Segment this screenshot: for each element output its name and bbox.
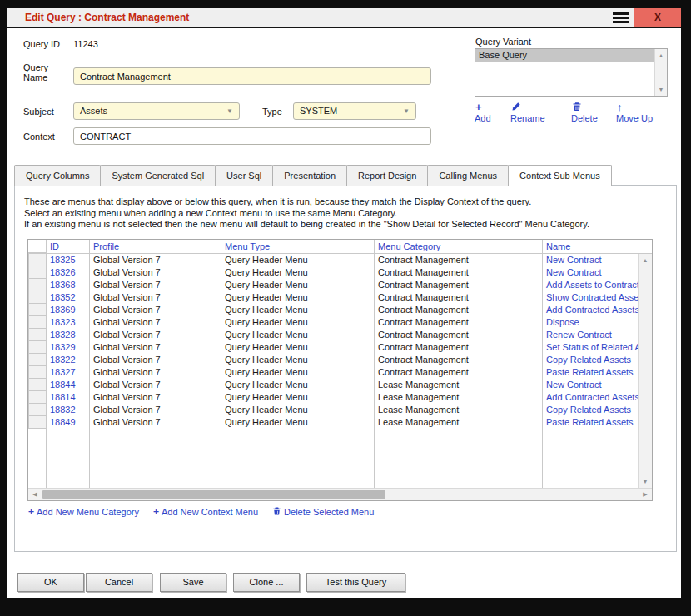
scroll-down-icon[interactable]: ▼ — [639, 476, 652, 487]
table-row[interactable]: 18368Global Version 7Query Header MenuCo… — [28, 279, 638, 291]
row-selector-cell[interactable] — [28, 254, 47, 266]
column-header-menu-category[interactable]: Menu Category — [375, 240, 543, 253]
link-add-new-context-menu[interactable]: +Add New Context Menu — [153, 506, 258, 518]
variant-action-move-up[interactable]: ↑Move Up — [616, 102, 666, 124]
link-label: Delete Selected Menu — [284, 507, 374, 517]
table-row[interactable]: 18844Global Version 7Query Header MenuLe… — [28, 379, 638, 391]
query-name-input[interactable] — [73, 67, 431, 85]
variant-action-delete[interactable]: Delete — [571, 102, 616, 124]
cell-menu_type: Query Header Menu — [221, 391, 375, 404]
table-row[interactable]: 18322Global Version 7Query Header MenuCo… — [28, 354, 638, 366]
cell-profile: Global Version 7 — [90, 404, 221, 416]
link-add-new-menu-category[interactable]: +Add New Menu Category — [28, 506, 139, 518]
context-sub-menus-panel: These are menus that display above or be… — [14, 185, 677, 552]
table-row[interactable]: 18325Global Version 7Query Header MenuCo… — [28, 254, 638, 266]
context-input[interactable] — [73, 127, 431, 145]
cell-id: 18322 — [47, 354, 90, 366]
table-row[interactable]: 18328Global Version 7Query Header MenuCo… — [28, 329, 638, 341]
table-horizontal-scrollbar[interactable]: ◀ ▶ — [28, 488, 652, 500]
scrollbar-thumb[interactable] — [42, 490, 385, 499]
subject-dropdown[interactable]: Assets ▼ — [73, 102, 240, 120]
row-selector-cell[interactable] — [28, 304, 47, 316]
table-row[interactable]: 18814Global Version 7Query Header MenuLe… — [28, 391, 638, 404]
link-delete-selected-menu[interactable]: Delete Selected Menu — [272, 506, 374, 518]
tab-report-design[interactable]: Report Design — [346, 165, 428, 186]
variant-scrollbar[interactable]: ▲ ▼ — [654, 49, 667, 96]
cell-profile: Global Version 7 — [90, 379, 221, 391]
tab-user-sql[interactable]: User Sql — [215, 165, 273, 186]
table-row[interactable]: 18329Global Version 7Query Header MenuCo… — [28, 341, 638, 354]
table-row[interactable]: 18326Global Version 7Query Header MenuCo… — [28, 266, 638, 279]
clone-button[interactable]: Clone ... — [233, 573, 300, 592]
row-selector-cell[interactable] — [28, 379, 47, 391]
column-header-profile[interactable]: Profile — [90, 240, 221, 253]
cell-profile: Global Version 7 — [90, 354, 221, 366]
column-header-name[interactable]: Name — [543, 240, 652, 253]
column-header-id[interactable]: ID — [47, 240, 90, 253]
scroll-right-icon[interactable]: ▶ — [639, 489, 651, 500]
cell-profile: Global Version 7 — [90, 341, 221, 354]
column-header-menu-type[interactable]: Menu Type — [221, 240, 375, 253]
scroll-left-icon[interactable]: ◀ — [29, 489, 41, 500]
table-row[interactable]: 18369Global Version 7Query Header MenuCo… — [28, 304, 638, 316]
scroll-down-icon[interactable]: ▼ — [655, 84, 667, 95]
row-selector-cell[interactable] — [28, 266, 47, 279]
table-row[interactable]: 18352Global Version 7Query Header MenuCo… — [28, 291, 638, 304]
test-this-query-button[interactable]: Test this Query — [306, 573, 405, 592]
row-selector-cell[interactable] — [28, 341, 47, 354]
cell-menu_category: Contract Management — [375, 254, 543, 266]
tab-calling-menus[interactable]: Calling Menus — [427, 165, 509, 186]
row-selector-cell[interactable] — [28, 329, 47, 341]
ok-button[interactable]: OK — [17, 573, 84, 592]
cell-name: Set Status of Related A — [543, 341, 638, 354]
variant-action-label: Add — [475, 113, 491, 124]
tab-bar: Query ColumnsSystem Generated SqlUser Sq… — [14, 164, 611, 186]
cell-id: 18327 — [47, 366, 90, 379]
variant-action-add[interactable]: +Add — [475, 102, 510, 124]
cell-name: New Contract — [543, 379, 638, 391]
table-row[interactable]: 18327Global Version 7Query Header MenuCo… — [28, 366, 638, 379]
tab-query-columns[interactable]: Query Columns — [14, 165, 101, 186]
save-button[interactable]: Save — [160, 573, 226, 592]
tab-presentation[interactable]: Presentation — [272, 165, 347, 186]
row-selector-cell[interactable] — [28, 366, 47, 379]
cell-profile: Global Version 7 — [90, 416, 221, 429]
type-value: SYSTEM — [300, 106, 337, 116]
link-label: Add New Menu Category — [37, 507, 139, 517]
cell-id: 18849 — [47, 416, 90, 429]
row-selector-cell[interactable] — [28, 404, 47, 416]
chevron-down-icon: ▼ — [403, 103, 410, 119]
close-button[interactable]: X — [634, 8, 681, 27]
type-dropdown[interactable]: SYSTEM ▼ — [293, 102, 416, 120]
cancel-button[interactable]: Cancel — [86, 573, 152, 592]
dialog-title: Edit Query : Contract Management — [7, 12, 606, 23]
row-selector-cell[interactable] — [28, 291, 47, 304]
variant-action-rename[interactable]: Rename — [510, 102, 571, 124]
query-variant-list: Base Query ▲ ▼ — [475, 48, 668, 97]
variant-action-label: Delete — [571, 113, 598, 124]
tab-system-generated-sql[interactable]: System Generated Sql — [100, 165, 216, 186]
cell-name: Add Contracted Assets — [543, 391, 638, 404]
chevron-down-icon: ▼ — [226, 103, 233, 119]
scroll-up-icon[interactable]: ▲ — [639, 255, 652, 266]
cell-menu_type: Query Header Menu — [221, 279, 375, 291]
table-row[interactable]: 18832Global Version 7Query Header MenuLe… — [28, 404, 638, 416]
table-row[interactable]: 18323Global Version 7Query Header MenuCo… — [28, 316, 638, 329]
row-selector-cell[interactable] — [28, 279, 47, 291]
cell-id: 18844 — [47, 379, 90, 391]
cell-menu_category: Lease Management — [375, 391, 543, 404]
table-vertical-scrollbar[interactable]: ▲ ▼ — [638, 254, 652, 488]
filler-cell — [543, 429, 638, 488]
cell-id: 18325 — [47, 254, 90, 266]
tab-context-sub-menus[interactable]: Context Sub Menus — [508, 165, 612, 186]
cell-name: Add Assets to Contract — [543, 279, 638, 291]
row-selector-cell[interactable] — [28, 354, 47, 366]
scroll-up-icon[interactable]: ▲ — [655, 50, 667, 61]
table-row[interactable]: 18849Global Version 7Query Header MenuLe… — [28, 416, 638, 429]
menu-icon[interactable] — [606, 8, 634, 27]
row-selector-cell[interactable] — [28, 316, 47, 329]
variant-item[interactable]: Base Query — [475, 49, 654, 62]
row-selector-cell[interactable] — [28, 391, 47, 404]
cell-id: 18323 — [47, 316, 90, 329]
row-selector-cell[interactable] — [28, 416, 47, 429]
